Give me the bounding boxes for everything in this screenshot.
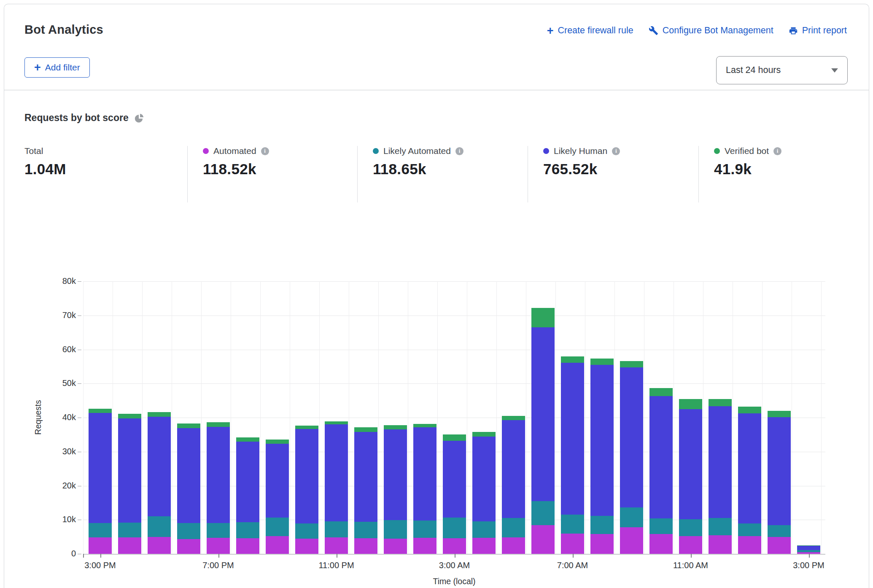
bar-segment-automated[interactable] — [443, 538, 466, 554]
bar-1200am[interactable] — [354, 427, 377, 554]
bar-segment-likely-human[interactable] — [384, 429, 407, 520]
bar-segment-verified-bot[interactable] — [118, 414, 141, 418]
bar-segment-likely-automated[interactable] — [89, 523, 112, 538]
bar-segment-automated[interactable] — [502, 537, 525, 554]
bar-segment-verified-bot[interactable] — [620, 361, 643, 367]
bar-1100am[interactable] — [679, 399, 702, 554]
bar-segment-likely-human[interactable] — [768, 417, 791, 525]
bar-segment-likely-automated[interactable] — [236, 522, 259, 538]
bar-segment-automated[interactable] — [295, 539, 318, 554]
bar-segment-automated[interactable] — [354, 538, 377, 554]
bar-segment-likely-automated[interactable] — [502, 518, 525, 537]
bar-segment-likely-human[interactable] — [472, 437, 496, 521]
bar-segment-likely-automated[interactable] — [679, 519, 702, 536]
bar-segment-verified-bot[interactable] — [413, 424, 436, 427]
bar-segment-automated[interactable] — [266, 536, 289, 554]
bar-segment-likely-human[interactable] — [561, 363, 584, 515]
bar-segment-verified-bot[interactable] — [354, 427, 377, 432]
bar-segment-likely-automated[interactable] — [384, 520, 407, 539]
bar-segment-likely-automated[interactable] — [768, 525, 791, 537]
bar-100pm[interactable] — [738, 407, 761, 554]
configure-bot-management-link[interactable]: Configure Bot Management — [649, 25, 773, 36]
bar-segment-verified-bot[interactable] — [679, 399, 702, 409]
print-report-link[interactable]: Print report — [789, 25, 847, 36]
bar-segment-verified-bot[interactable] — [768, 411, 791, 417]
bar-segment-automated[interactable] — [118, 537, 141, 554]
bar-segment-verified-bot[interactable] — [295, 426, 318, 429]
bar-1100pm[interactable] — [325, 421, 348, 554]
bar-segment-verified-bot[interactable] — [738, 407, 761, 413]
bar-segment-verified-bot[interactable] — [89, 409, 112, 413]
bar-segment-automated[interactable] — [709, 535, 732, 554]
bar-segment-likely-human[interactable] — [709, 406, 732, 518]
bar-segment-likely-human[interactable] — [649, 396, 673, 518]
bar-segment-likely-human[interactable] — [325, 424, 348, 521]
bar-segment-likely-automated[interactable] — [738, 523, 761, 536]
bar-segment-likely-human[interactable] — [295, 429, 318, 523]
bar-segment-automated[interactable] — [207, 538, 230, 554]
bar-400am[interactable] — [472, 432, 496, 554]
bar-segment-automated[interactable] — [148, 537, 171, 554]
bar-200pm[interactable] — [768, 411, 791, 554]
bar-segment-verified-bot[interactable] — [443, 434, 466, 441]
bar-segment-verified-bot[interactable] — [384, 425, 407, 429]
bar-segment-verified-bot[interactable] — [709, 399, 732, 406]
bar-segment-verified-bot[interactable] — [561, 356, 584, 363]
bar-segment-likely-human[interactable] — [797, 546, 820, 550]
info-icon[interactable]: i — [773, 147, 781, 155]
bar-segment-verified-bot[interactable] — [266, 440, 289, 444]
info-icon[interactable]: i — [612, 147, 620, 155]
bar-segment-likely-human[interactable] — [266, 444, 289, 518]
bar-segment-verified-bot[interactable] — [177, 423, 200, 428]
bar-segment-automated[interactable] — [236, 538, 259, 554]
bar-segment-likely-automated[interactable] — [207, 523, 230, 538]
info-icon[interactable]: i — [455, 147, 463, 155]
time-range-dropdown[interactable]: Last 24 hours — [716, 56, 848, 84]
bar-segment-verified-bot[interactable] — [531, 308, 555, 327]
bar-segment-verified-bot[interactable] — [502, 416, 525, 420]
create-firewall-rule-link[interactable]: + Create firewall rule — [547, 25, 633, 36]
bar-segment-automated[interactable] — [590, 534, 614, 554]
bar-1200pm[interactable] — [709, 399, 732, 554]
bar-segment-likely-human[interactable] — [148, 417, 171, 516]
bar-segment-likely-automated[interactable] — [266, 518, 289, 536]
bar-700am[interactable] — [561, 356, 584, 554]
bar-segment-likely-human[interactable] — [354, 432, 377, 522]
bar-segment-likely-automated[interactable] — [472, 521, 496, 538]
bar-segment-verified-bot[interactable] — [590, 359, 614, 365]
bar-segment-likely-automated[interactable] — [325, 521, 348, 538]
bar-segment-likely-automated[interactable] — [649, 518, 673, 534]
bar-segment-likely-human[interactable] — [413, 427, 436, 520]
bar-segment-likely-human[interactable] — [236, 442, 259, 522]
bar-700pm[interactable] — [207, 422, 230, 554]
bar-segment-verified-bot[interactable] — [649, 388, 673, 396]
bar-segment-likely-human[interactable] — [118, 418, 141, 522]
bar-segment-likely-automated[interactable] — [413, 521, 436, 538]
bar-segment-automated[interactable] — [413, 538, 436, 554]
bar-1000am[interactable] — [649, 388, 673, 554]
bar-segment-likely-automated[interactable] — [295, 523, 318, 539]
bar-segment-automated[interactable] — [738, 536, 761, 554]
bar-segment-automated[interactable] — [649, 534, 673, 554]
bar-segment-verified-bot[interactable] — [148, 412, 171, 417]
bar-segment-automated[interactable] — [472, 538, 496, 554]
bar-segment-likely-human[interactable] — [738, 413, 761, 524]
bar-segment-likely-human[interactable] — [207, 427, 230, 523]
bar-segment-automated[interactable] — [561, 534, 584, 554]
bar-segment-likely-human[interactable] — [89, 413, 112, 523]
bar-segment-likely-human[interactable] — [620, 367, 643, 507]
bar-segment-automated[interactable] — [620, 527, 643, 554]
bar-600pm[interactable] — [177, 423, 200, 554]
bar-500am[interactable] — [502, 416, 525, 554]
bar-200am[interactable] — [413, 424, 436, 554]
bar-segment-automated[interactable] — [679, 536, 702, 554]
bar-segment-likely-automated[interactable] — [590, 516, 614, 534]
bar-segment-automated[interactable] — [89, 537, 112, 554]
bar-segment-automated[interactable] — [768, 537, 791, 554]
bar-segment-likely-automated[interactable] — [620, 507, 643, 527]
bar-1000pm[interactable] — [295, 426, 318, 554]
bar-300pm[interactable] — [797, 545, 820, 554]
bar-500pm[interactable] — [148, 412, 171, 554]
bar-300am[interactable] — [443, 434, 466, 554]
bar-segment-likely-automated[interactable] — [354, 522, 377, 538]
